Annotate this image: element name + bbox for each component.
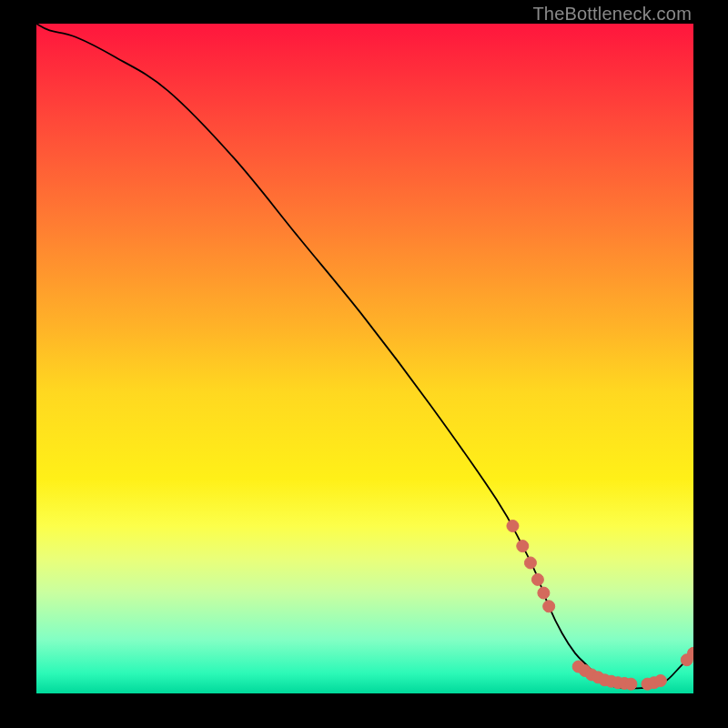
data-marker: [507, 521, 519, 532]
data-marker: [524, 557, 536, 569]
curve-line: [36, 24, 693, 688]
data-marker: [654, 675, 666, 687]
curve-markers: [507, 521, 693, 691]
chart-svg: [36, 24, 693, 693]
data-marker: [538, 587, 550, 599]
watermark-text: TheBottleneck.com: [532, 4, 692, 25]
data-marker: [625, 678, 637, 690]
data-marker: [543, 601, 555, 612]
plot-area: [36, 24, 693, 693]
data-marker: [531, 573, 543, 585]
data-marker: [517, 541, 529, 552]
